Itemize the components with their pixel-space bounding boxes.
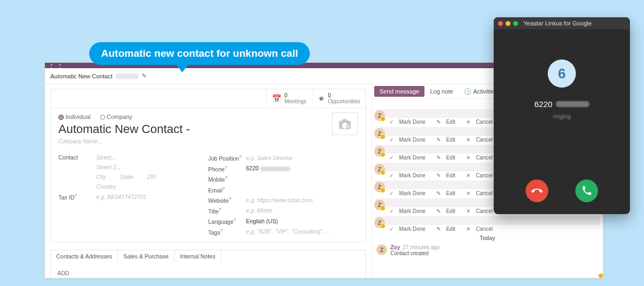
activity-mark-done[interactable]: ✓Mark Done [389, 226, 431, 232]
activity-edit[interactable]: ✎Edit [436, 190, 461, 196]
stat-opportunities[interactable]: ★ 0Opportunities [312, 89, 366, 108]
avatar: Z [374, 199, 385, 210]
input-language[interactable]: English (US) [246, 218, 278, 224]
activity-edit[interactable]: ✎Edit [436, 172, 461, 178]
activity-mark-done[interactable]: ✓Mark Done [389, 208, 431, 214]
form-pane: 📅 0Meetings ★ 0Opportunities Individual … [45, 84, 372, 278]
input-street2[interactable]: Street 2... [96, 164, 121, 170]
tab-body: ADD [50, 262, 366, 278]
caller-number: 6220 [534, 99, 589, 109]
label-website: Website? [208, 196, 246, 204]
activity-edit[interactable]: ✎Edit [436, 208, 461, 214]
label-contact: Contact [58, 154, 96, 161]
calendar-icon: 📅 [272, 94, 281, 103]
linkus-title: Yeastar Linkus for Google [523, 20, 592, 26]
input-city[interactable]: City [96, 174, 106, 180]
activity-mark-done[interactable]: ✓Mark Done [389, 137, 431, 143]
input-title[interactable]: e.g. Mister [246, 207, 273, 214]
activity-cancel[interactable]: ✕Cancel [466, 226, 498, 232]
label-job: Job Position? [208, 154, 246, 162]
tab-send-message[interactable]: Send message [374, 86, 424, 97]
avatar: Z [374, 217, 385, 228]
tab-contacts-addresses[interactable]: Contacts & Addresses [51, 250, 118, 262]
activity-mark-done[interactable]: ✓Mark Done [389, 119, 431, 125]
avatar: Z [374, 146, 385, 157]
activity-edit[interactable]: ✎Edit [436, 155, 461, 161]
activity-edit[interactable]: ✎Edit [436, 119, 461, 125]
phone-hangup-icon [532, 185, 542, 196]
label-title: Title? [208, 207, 246, 215]
label-email: Email? [208, 186, 246, 194]
contact-name-title[interactable]: Automatic New Contact - [58, 122, 358, 136]
label-mobile: Mobile? [208, 175, 246, 183]
stat-meetings[interactable]: 📅 0Meetings [266, 89, 312, 108]
linkus-window: Yeastar Linkus for Google 6 6220 ringing [494, 17, 630, 214]
clock-icon: 🕓 [464, 88, 472, 95]
apps-grid-icon[interactable]: ⋮⋮ [47, 63, 57, 68]
call-status: ringing [553, 113, 570, 119]
input-tags[interactable]: e.g. "B2B", "VIP", "Consulting", ... [246, 228, 330, 235]
close-dot-icon[interactable] [498, 21, 503, 26]
label-tags: Tags? [208, 228, 246, 236]
phone-icon [581, 185, 592, 196]
form-tabs: Contacts & Addresses Sales & Purchase In… [50, 250, 366, 262]
activity-edit[interactable]: ✎Edit [436, 226, 461, 232]
form-sheet: 📅 0Meetings ★ 0Opportunities Individual … [50, 89, 366, 242]
label-phone: Phone? [208, 165, 246, 172]
input-zip[interactable]: ZIP [148, 174, 156, 180]
chatter-message: Z Zoy27 minutes ago Contact created [372, 241, 603, 260]
decline-call-button[interactable] [526, 179, 548, 202]
label-taxid: Tax ID? [58, 193, 96, 201]
accept-call-button[interactable] [575, 179, 598, 202]
avatar: Z [374, 164, 385, 175]
msg-author: Zoy [390, 244, 400, 250]
linkus-titlebar: Yeastar Linkus for Google [494, 17, 630, 29]
avatar: Z [374, 110, 385, 121]
callout-bubble: Automatic new contact for unknown call [89, 42, 310, 65]
add-contact-link[interactable]: ADD [57, 270, 69, 276]
input-taxid[interactable]: e.g. BE0477472701 [96, 194, 147, 200]
activity-mark-done[interactable]: ✓Mark Done [389, 190, 431, 196]
input-state[interactable]: State [120, 174, 134, 180]
contact-type-radios: Individual Company [58, 114, 358, 120]
camera-icon [338, 118, 352, 130]
caller-avatar: 6 [548, 59, 576, 88]
avatar: Z [374, 182, 385, 192]
today-separator: Today [372, 235, 603, 241]
traffic-lights[interactable] [498, 21, 518, 26]
stat-bar: 📅 0Meetings ★ 0Opportunities [51, 89, 366, 108]
image-upload[interactable] [332, 112, 358, 135]
input-country[interactable]: Country [96, 183, 116, 190]
zoom-dot-icon[interactable] [513, 21, 518, 26]
activity-edit[interactable]: ✎Edit [436, 137, 461, 143]
tab-sales-purchase[interactable]: Sales & Purchase [118, 250, 174, 262]
label-language: Language? [208, 217, 246, 225]
input-phone[interactable]: 6220 [246, 165, 290, 171]
breadcrumb-title: Automatic New Contact [50, 73, 112, 79]
activity-mark-done[interactable]: ✓Mark Done [389, 172, 431, 178]
company-placeholder[interactable]: Company Name... [58, 138, 358, 144]
radio-company[interactable]: Company [100, 114, 132, 120]
tab-log-note[interactable]: Log note [424, 86, 459, 97]
breadcrumb-blur [116, 74, 138, 79]
star-icon: ★ [318, 94, 325, 103]
input-website[interactable]: e.g. https://www.odoo.com [246, 197, 313, 203]
activity-mark-done[interactable]: ✓Mark Done [389, 155, 431, 161]
minimize-dot-icon[interactable] [506, 21, 510, 26]
msg-time: 27 minutes ago [403, 244, 440, 250]
avatar: Z [374, 128, 385, 139]
input-street[interactable]: Street... [96, 154, 116, 161]
edit-pencil-icon[interactable]: ✎ [142, 72, 147, 79]
input-job[interactable]: e.g. Sales Director [246, 155, 293, 161]
avatar: Z [376, 244, 387, 255]
activity-item: Z✓Mark Done✎Edit✕Cancel [375, 216, 600, 232]
radio-individual[interactable]: Individual [58, 114, 90, 120]
tab-internal-notes[interactable]: Internal Notes [175, 250, 221, 262]
